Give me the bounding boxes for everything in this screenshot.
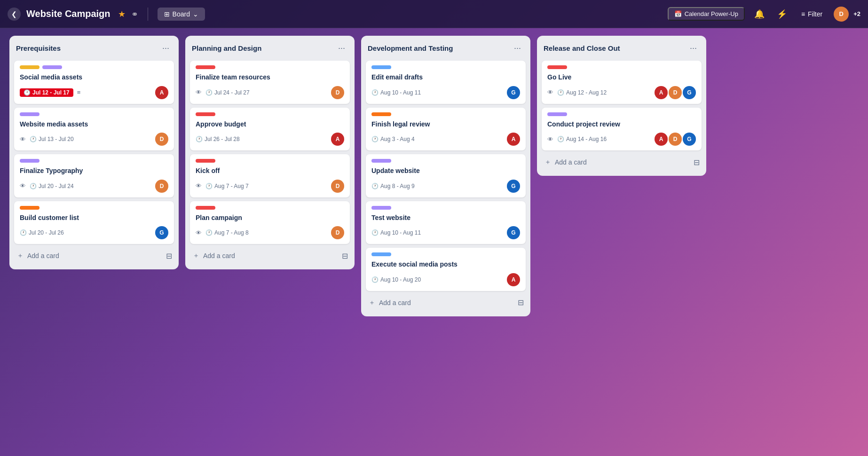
card-finish-legal-review[interactable]: Finish legal review🕐 Aug 3 - Aug 4A (366, 108, 526, 151)
avatar[interactable]: D (834, 7, 849, 22)
plus-icon: ＋ (369, 299, 375, 307)
date-text: 🕐 Jul 13 - Jul 20 (30, 136, 74, 142)
column-title: Release and Close Out (544, 44, 620, 52)
avatar: D (155, 180, 168, 193)
watch-icon: 👁 (20, 136, 26, 143)
card-label (371, 159, 391, 163)
template-button[interactable]: ⊟ (516, 296, 526, 309)
card-conduct-project-review[interactable]: Conduct project review👁🕐 Aug 14 - Aug 16… (542, 108, 702, 151)
clock-icon: 🕐 (30, 136, 37, 142)
card-meta: 👁🕐 Aug 14 - Aug 16ADG (547, 133, 696, 146)
card-meta: 🕐 Aug 10 - Aug 11G (371, 86, 520, 99)
date-text: 🕐 Aug 12 - Aug 12 (557, 89, 607, 96)
column-menu-button[interactable]: ··· (159, 42, 172, 54)
column-menu-button[interactable]: ··· (335, 42, 348, 54)
card-website-media-assets[interactable]: Website media assets👁🕐 Jul 13 - Jul 20D (14, 108, 174, 151)
card-build-customer-list[interactable]: Build customer list🕐 Jul 20 - Jul 26G (14, 201, 174, 244)
add-card-button[interactable]: ＋ Add a card (190, 248, 340, 264)
date-text: 🕐 Aug 7 - Aug 8 (205, 229, 249, 236)
card-meta-left: 👁🕐 Jul 24 - Jul 27 (196, 89, 250, 96)
share-icon-button[interactable]: 🔔 (751, 7, 767, 21)
card-label (196, 159, 215, 163)
board-grid-icon: ⊞ (164, 10, 170, 18)
card-meta-left: 🕐 Aug 3 - Aug 4 (371, 136, 415, 142)
card-meta: 👁🕐 Aug 7 - Aug 7D (196, 180, 344, 193)
column-menu-button[interactable]: ··· (687, 42, 700, 54)
card-label (20, 206, 39, 210)
board-view-button[interactable]: ⊞ Board ⌄ (158, 8, 205, 21)
card-title: Go Live (547, 73, 696, 82)
template-button[interactable]: ⊟ (340, 250, 350, 262)
card-title: Test website (371, 213, 520, 223)
lightning-icon-button[interactable]: ⚡ (774, 7, 790, 21)
card-go-live[interactable]: Go Live👁🕐 Aug 12 - Aug 12ADG (542, 61, 702, 104)
card-label (371, 206, 391, 210)
clock-icon: 🕐 (557, 136, 564, 142)
card-finalize-typography[interactable]: Finalize Typography👁🕐 Jul 20 - Jul 24D (14, 154, 174, 197)
add-card-button[interactable]: ＋ Add a card (14, 248, 164, 264)
card-update-website[interactable]: Update website🕐 Aug 8 - Aug 9G (366, 154, 526, 197)
column-header: Development and Testing ··· (366, 41, 526, 57)
card-labels (20, 112, 168, 116)
column-header: Prerequisites ··· (14, 41, 174, 57)
calendar-powerup-button[interactable]: 📅 Calendar Power-Up (668, 7, 745, 21)
card-title: Plan campaign (196, 213, 344, 223)
card-finalize-team-resources[interactable]: Finalize team resources👁🕐 Jul 24 - Jul 2… (190, 61, 350, 104)
avatar: D (155, 133, 168, 146)
card-meta: 🕐 Jul 20 - Jul 26G (20, 226, 168, 239)
card-social-media-assets[interactable]: Social media assets🕐 Jul 12 - Jul 17≡A (14, 61, 174, 104)
template-button[interactable]: ⊟ (692, 156, 702, 169)
add-card-row: ＋ Add a card ⊟ (542, 154, 702, 170)
card-label (20, 112, 39, 116)
avatar: A (655, 86, 668, 99)
avatar-row: ADG (655, 133, 696, 146)
card-title: Conduct project review (547, 120, 696, 129)
card-labels (20, 159, 168, 163)
calendar-icon: 📅 (674, 10, 682, 17)
date-text: 🕐 Aug 8 - Aug 9 (371, 183, 415, 189)
card-meta-left: 🕐 Jul 20 - Jul 26 (20, 229, 64, 236)
clock-icon: 🕐 (205, 183, 213, 189)
card-approve-budget[interactable]: Approve budget🕐 Jul 26 - Jul 28A (190, 108, 350, 151)
card-plan-campaign[interactable]: Plan campaign👁🕐 Aug 7 - Aug 8D (190, 201, 350, 244)
card-labels (196, 206, 344, 210)
card-edit-email-drafts[interactable]: Edit email drafts🕐 Aug 10 - Aug 11G (366, 61, 526, 104)
clock-icon: 🕐 (371, 136, 379, 142)
template-button[interactable]: ⊟ (164, 250, 174, 262)
card-labels (196, 112, 344, 116)
add-card-row: ＋ Add a card ⊟ (366, 295, 526, 311)
card-title: Finalize Typography (20, 166, 168, 176)
filter-icon: ≡ (801, 10, 805, 18)
avatar-row: ADG (655, 86, 696, 99)
board-content: Prerequisites ··· Social media assets🕐 J… (0, 28, 868, 456)
card-execute-social-media-posts[interactable]: Execute social media posts🕐 Aug 10 - Aug… (366, 248, 526, 291)
date-text: 🕐 Aug 10 - Aug 20 (371, 276, 421, 283)
plus-icon: ＋ (193, 252, 199, 260)
card-test-website[interactable]: Test website🕐 Aug 10 - Aug 11G (366, 201, 526, 244)
add-card-label: Add a card (379, 299, 411, 307)
header-right: 📅 Calendar Power-Up 🔔 ⚡ ≡ Filter D +2 (668, 7, 860, 22)
card-title: Execute social media posts (371, 260, 520, 269)
card-meta-left: 👁🕐 Jul 20 - Jul 24 (20, 182, 74, 189)
card-labels (371, 252, 520, 256)
avatar: A (331, 133, 344, 146)
clock-icon: 🕐 (557, 89, 564, 96)
card-meta-left: 👁🕐 Aug 14 - Aug 16 (547, 136, 607, 143)
avatar: D (331, 226, 344, 239)
avatar: D (331, 180, 344, 193)
star-icon[interactable]: ★ (118, 9, 126, 19)
avatar: G (155, 226, 168, 239)
card-kick-off[interactable]: Kick off👁🕐 Aug 7 - Aug 7D (190, 154, 350, 197)
card-meta-left: 👁🕐 Jul 13 - Jul 20 (20, 136, 74, 143)
people-icon[interactable]: ⚭ (131, 9, 138, 19)
add-card-button[interactable]: ＋ Add a card (542, 154, 692, 170)
column-menu-button[interactable]: ··· (511, 42, 524, 54)
card-label (42, 65, 62, 69)
card-meta-left: 👁🕐 Aug 12 - Aug 12 (547, 89, 607, 96)
avatar: D (669, 86, 682, 99)
filter-button[interactable]: ≡ Filter (797, 8, 827, 20)
avatar-plus-count[interactable]: +2 (853, 10, 860, 17)
collapse-sidebar-button[interactable]: ❮ (8, 8, 21, 21)
add-card-button[interactable]: ＋ Add a card (366, 295, 516, 311)
card-title: Social media assets (20, 73, 168, 82)
